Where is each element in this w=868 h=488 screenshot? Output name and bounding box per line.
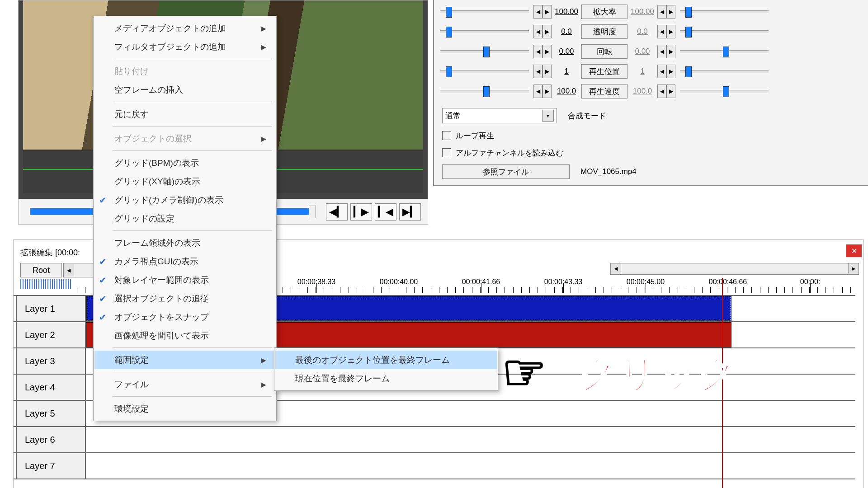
value-opacity-left[interactable]: 0.0 xyxy=(552,27,581,36)
menu-item[interactable]: 元に戻す xyxy=(94,105,275,123)
layer-track[interactable] xyxy=(86,453,855,479)
spin-down-icon[interactable]: ◀ xyxy=(533,45,542,58)
root-button[interactable]: Root xyxy=(20,263,62,277)
spin-up-icon[interactable]: ▶ xyxy=(542,65,552,78)
value-rotate-right[interactable]: 0.00 xyxy=(627,47,657,56)
menu-item[interactable]: ✔カメラ視点GUIの表示 xyxy=(94,252,275,271)
spin-down-icon[interactable]: ◀ xyxy=(533,84,542,98)
layer-track[interactable] xyxy=(86,427,855,452)
menu-item[interactable]: フィルタオブジェクトの追加▶ xyxy=(94,38,275,56)
slider-rotate-left[interactable] xyxy=(440,44,529,59)
playback-button-0[interactable]: ◀▎ xyxy=(326,203,348,221)
menu-item[interactable]: グリッド(XY軸)の表示 xyxy=(94,172,275,191)
spin-up-icon[interactable]: ▶ xyxy=(542,5,552,19)
menu-item-label: フィルタオブジェクトの追加 xyxy=(114,41,226,53)
spin-up-icon[interactable]: ▶ xyxy=(666,65,675,78)
playback-button-3[interactable]: ▶▎ xyxy=(399,203,421,221)
menu-item-label: カメラ視点GUIの表示 xyxy=(114,256,198,267)
value-zoom-left[interactable]: 100.00 xyxy=(552,7,581,16)
layer-header[interactable]: Layer 4 xyxy=(16,375,86,400)
chevron-right-icon: ▶ xyxy=(261,25,266,32)
menu-item[interactable]: ✔選択オブジェクトの追従 xyxy=(94,289,275,308)
slider-zoom-left[interactable] xyxy=(440,5,529,19)
spin-down-icon[interactable]: ◀ xyxy=(657,65,666,78)
menu-item[interactable]: 画像処理を間引いて表示 xyxy=(94,326,275,345)
spin-down-icon[interactable]: ◀ xyxy=(657,84,666,98)
scrollbar-top[interactable]: ◀ ▶ xyxy=(610,263,859,275)
value-zoom-right[interactable]: 100.00 xyxy=(627,7,657,16)
value-opacity-right[interactable]: 0.0 xyxy=(627,27,657,36)
menu-item[interactable]: フレーム領域外の表示 xyxy=(94,234,275,252)
slider-playpos-right[interactable] xyxy=(680,64,769,79)
loop-label: ループ再生 xyxy=(456,131,494,141)
menu-item[interactable]: 範囲設定▶ xyxy=(94,351,275,369)
playback-button-2[interactable]: ▎◀ xyxy=(375,203,396,221)
value-rotate-left[interactable]: 0.00 xyxy=(552,47,581,56)
reference-file-button[interactable]: 参照ファイル xyxy=(442,164,570,179)
layer-header[interactable]: Layer 7 xyxy=(16,453,86,479)
property-label-rotate[interactable]: 回転 xyxy=(581,44,627,59)
alpha-checkbox[interactable] xyxy=(442,148,451,157)
value-speed-left[interactable]: 100.0 xyxy=(552,87,581,96)
blend-mode-label: 合成モード xyxy=(568,111,606,121)
menu-item-label: グリッド(カメラ制御)の表示 xyxy=(114,194,223,206)
spin-down-icon[interactable]: ◀ xyxy=(657,25,666,38)
spin-down-icon[interactable]: ◀ xyxy=(657,5,666,19)
property-label-playpos[interactable]: 再生位置 xyxy=(581,64,627,79)
spin-down-icon[interactable]: ◀ xyxy=(533,65,542,78)
value-playpos-right[interactable]: 1 xyxy=(627,67,657,76)
menu-item[interactable]: グリッドの設定 xyxy=(94,209,275,228)
spin-up-icon[interactable]: ▶ xyxy=(666,5,675,19)
spin-up-icon[interactable]: ▶ xyxy=(666,45,675,58)
menu-item[interactable]: ✔グリッド(カメラ制御)の表示 xyxy=(94,191,275,209)
slider-rotate-right[interactable] xyxy=(680,44,769,59)
menu-item[interactable]: 環境設定 xyxy=(94,399,275,418)
property-row-zoom: ◀▶100.00拡大率100.00◀▶ xyxy=(434,2,868,22)
spin-up-icon[interactable]: ▶ xyxy=(666,84,675,98)
chevron-right-icon: ▶ xyxy=(261,135,266,142)
layer-header[interactable]: Layer 5 xyxy=(16,401,86,426)
slider-playpos-left[interactable] xyxy=(440,64,529,79)
layer-header[interactable]: Layer 2 xyxy=(16,322,86,347)
submenu-item[interactable]: 最後のオブジェクト位置を最終フレーム xyxy=(275,351,497,369)
submenu-item[interactable]: 現在位置を最終フレーム xyxy=(275,369,497,388)
spin-up-icon[interactable]: ▶ xyxy=(542,45,552,58)
slider-opacity-right[interactable] xyxy=(680,24,769,39)
spin-down-icon[interactable]: ◀ xyxy=(533,5,542,19)
chevron-left-icon: ◀ xyxy=(64,264,74,277)
menu-item[interactable]: 空フレームの挿入 xyxy=(94,80,275,99)
close-button[interactable]: ✕ xyxy=(846,244,862,257)
layer-header[interactable]: Layer 6 xyxy=(16,427,86,452)
menu-item[interactable]: ファイル▶ xyxy=(94,375,275,394)
slider-speed-right[interactable] xyxy=(680,84,769,99)
spin-up-icon[interactable]: ▶ xyxy=(542,84,552,98)
property-label-opacity[interactable]: 透明度 xyxy=(581,24,627,39)
slider-opacity-left[interactable] xyxy=(440,24,529,39)
value-playpos-left[interactable]: 1 xyxy=(552,67,581,76)
menu-item-label: オブジェクトの選択 xyxy=(114,133,192,145)
spin-down-icon[interactable]: ◀ xyxy=(533,25,542,38)
chevron-left-icon: ◀ xyxy=(611,263,621,273)
slider-zoom-right[interactable] xyxy=(680,5,769,19)
menu-item[interactable]: ✔オブジェクトをスナップ xyxy=(94,308,275,326)
spin-up-icon[interactable]: ▶ xyxy=(542,25,552,38)
spin-down-icon[interactable]: ◀ xyxy=(657,45,666,58)
chevron-down-icon: ▼ xyxy=(542,110,554,122)
menu-item[interactable]: ✔対象レイヤー範囲の表示 xyxy=(94,271,275,289)
layer-header[interactable]: Layer 1 xyxy=(16,296,86,321)
timecode-label: 00:00: xyxy=(800,278,820,286)
menu-item[interactable]: メディアオブジェクトの追加▶ xyxy=(94,19,275,38)
spin-up-icon[interactable]: ▶ xyxy=(666,25,675,38)
playback-button-1[interactable]: ▎▶ xyxy=(350,203,372,221)
property-label-speed[interactable]: 再生速度 xyxy=(581,84,627,99)
value-speed-right[interactable]: 100.0 xyxy=(627,87,657,96)
layer-header[interactable]: Layer 3 xyxy=(16,348,86,374)
menu-item-label: フレーム領域外の表示 xyxy=(114,237,200,249)
zoom-indicator[interactable] xyxy=(20,279,72,289)
property-label-zoom[interactable]: 拡大率 xyxy=(581,5,627,19)
menu-item-label: 選択オブジェクトの追従 xyxy=(114,293,209,305)
blend-mode-combo[interactable]: 通常 ▼ xyxy=(442,108,557,123)
loop-checkbox[interactable] xyxy=(442,131,451,140)
slider-speed-left[interactable] xyxy=(440,84,529,99)
menu-item[interactable]: グリッド(BPM)の表示 xyxy=(94,154,275,172)
